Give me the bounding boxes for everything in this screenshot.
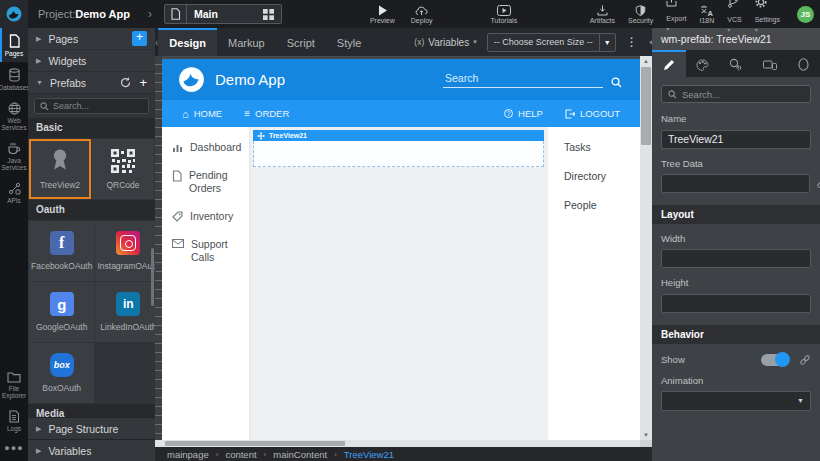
bind-link-icon[interactable]	[816, 177, 820, 189]
width-input[interactable]	[661, 249, 811, 268]
screen-size-select[interactable]: -- Choose Screen Size -- ▼	[487, 33, 616, 52]
canvas-vertical-scrollbar[interactable]: ▲ ▼	[640, 56, 652, 440]
prefab-tile-facebook-oauth[interactable]: f FacebookOAuth	[29, 221, 94, 281]
property-search-input[interactable]	[682, 89, 804, 100]
tab-script[interactable]: Script	[276, 28, 326, 56]
prefab-tile-treeview2[interactable]: TreeView2	[29, 139, 91, 199]
cloud-upload-icon	[415, 5, 428, 16]
vertical-scrollbar-thumb[interactable]	[641, 67, 651, 145]
animation-select[interactable]: ▼	[661, 391, 811, 411]
tab-markup[interactable]: Markup	[217, 28, 276, 56]
name-label: Name	[661, 113, 811, 124]
widget-selection-header[interactable]: TreeView21	[253, 130, 544, 141]
canvas-horizontal-scrollbar[interactable]	[155, 440, 652, 447]
nav-home[interactable]: ⌂ HOME	[182, 108, 222, 120]
sidenav-dashboard[interactable]: Dashboard	[172, 141, 241, 154]
rail-item-databases[interactable]: Databases	[0, 62, 28, 96]
prefab-tile-box-oauth[interactable]: box BoxOAuth	[29, 343, 94, 403]
tab-devices[interactable]	[753, 50, 787, 77]
tree-data-label: Tree Data	[661, 158, 811, 169]
toggle-knob	[775, 352, 790, 367]
treeview-widget-selected[interactable]: TreeView21	[253, 130, 544, 167]
rail-item-file-explorer[interactable]: File Explorer	[0, 365, 28, 404]
vcs-button[interactable]: VCS ▾	[727, 0, 741, 33]
search-icon[interactable]	[611, 77, 622, 88]
tab-properties[interactable]	[652, 50, 686, 77]
scroll-up-icon[interactable]: ▲	[643, 56, 649, 66]
add-page-button[interactable]: +	[132, 31, 147, 46]
accordion-page-structure[interactable]: ▶ Page Structure	[28, 417, 155, 439]
rightnav-directory[interactable]: Directory	[564, 170, 640, 182]
rail-item-apis[interactable]: APIs	[0, 176, 28, 209]
name-input[interactable]	[661, 130, 811, 149]
prefab-tile-linkedin-oauth[interactable]: in LinkedInOAuth	[95, 282, 155, 342]
inspector-tabs	[652, 50, 820, 77]
more-options-icon[interactable]: ●●●	[0, 437, 28, 461]
rail-item-pages[interactable]: Pages	[0, 28, 28, 62]
prefab-search-input[interactable]	[53, 101, 143, 111]
sidenav-inventory[interactable]: Inventory	[172, 210, 241, 223]
page-content-area: TreeView21	[250, 127, 548, 440]
page-selector[interactable]: Main	[164, 4, 282, 24]
app-search-field[interactable]: Search	[443, 72, 603, 88]
variables-dropdown[interactable]: (x) Variables ▾	[414, 37, 476, 48]
tab-design[interactable]: Design	[158, 28, 217, 56]
rail-item-logs[interactable]: Logs	[0, 404, 28, 437]
prefab-tile-qrcode[interactable]: QRCode	[92, 139, 154, 199]
prefab-tile-instagram-oauth[interactable]: InstagramOAuth	[95, 221, 155, 281]
refresh-icon[interactable]	[120, 77, 131, 88]
rail-item-java-services[interactable]: Java Services	[0, 136, 28, 176]
nav-help[interactable]: ? HELP	[504, 108, 543, 119]
widget-drop-area[interactable]	[253, 141, 544, 167]
rail-item-web-services[interactable]: Web Services	[0, 96, 28, 136]
rightnav-tasks[interactable]: Tasks	[564, 141, 640, 153]
kebab-menu-icon[interactable]: ⋮	[626, 35, 638, 49]
sidenav-pending-orders[interactable]: Pending Orders	[172, 169, 241, 195]
breadcrumb-mainpage[interactable]: mainpage	[167, 449, 209, 460]
qr-code-icon	[110, 148, 136, 174]
height-input[interactable]	[661, 294, 811, 313]
security-button[interactable]: Security	[628, 5, 653, 24]
left-panel: ▶ Pages + ▶ Widgets ▼ Prefabs + Basic	[28, 28, 155, 461]
tree-data-input[interactable]	[661, 174, 810, 193]
tab-styles[interactable]	[686, 50, 720, 77]
panel-scrollbar-thumb[interactable]	[151, 248, 154, 306]
add-prefab-button[interactable]: +	[139, 78, 147, 88]
video-icon	[497, 5, 511, 16]
settings-button[interactable]: Settings ▾	[755, 0, 780, 33]
tab-security[interactable]	[786, 50, 820, 77]
nav-logout[interactable]: LOGOUT	[565, 108, 620, 119]
accordion-variables[interactable]: ▶ Variables	[28, 439, 155, 461]
mail-icon	[172, 239, 184, 248]
breadcrumb-treeview21[interactable]: TreeView21	[344, 449, 394, 460]
export-button[interactable]: Export ▾	[666, 0, 686, 32]
accordion-pages[interactable]: ▶ Pages +	[28, 28, 155, 50]
tab-style[interactable]: Style	[326, 28, 372, 56]
chevron-down-icon: ▾	[473, 38, 477, 46]
accordion-prefabs[interactable]: ▼ Prefabs +	[28, 72, 155, 94]
bind-link-icon[interactable]	[799, 354, 811, 366]
tutorials-button[interactable]: Tutorials	[491, 5, 518, 24]
breadcrumb-content[interactable]: content	[225, 449, 256, 460]
document-icon	[172, 170, 182, 182]
show-toggle[interactable]	[761, 354, 789, 366]
horizontal-scrollbar-thumb[interactable]	[165, 441, 345, 446]
accordion-widgets[interactable]: ▶ Widgets	[28, 50, 155, 72]
rightnav-people[interactable]: People	[564, 199, 640, 211]
app-search[interactable]: Search	[443, 72, 622, 88]
tab-events[interactable]	[719, 50, 753, 77]
move-icon	[257, 132, 265, 140]
user-avatar[interactable]: JS	[797, 6, 814, 23]
wavemaker-logo[interactable]	[0, 0, 28, 28]
prefab-tile-google-oauth[interactable]: g GoogleOAuth	[29, 282, 94, 342]
deploy-button[interactable]: Deploy	[411, 5, 433, 24]
preview-button[interactable]: Preview	[370, 5, 395, 24]
scroll-down-icon[interactable]: ▼	[643, 430, 649, 440]
api-nodes-icon	[8, 182, 21, 195]
sidenav-support-calls[interactable]: Support Calls	[172, 238, 241, 264]
widget-selection-label: TreeView21	[269, 132, 307, 139]
i18n-button[interactable]: A I18N	[700, 5, 715, 24]
artifacts-button[interactable]: Artifacts	[590, 5, 615, 24]
breadcrumb-maincontent[interactable]: mainContent	[273, 449, 327, 460]
nav-order[interactable]: ≡ ORDER	[244, 108, 289, 119]
